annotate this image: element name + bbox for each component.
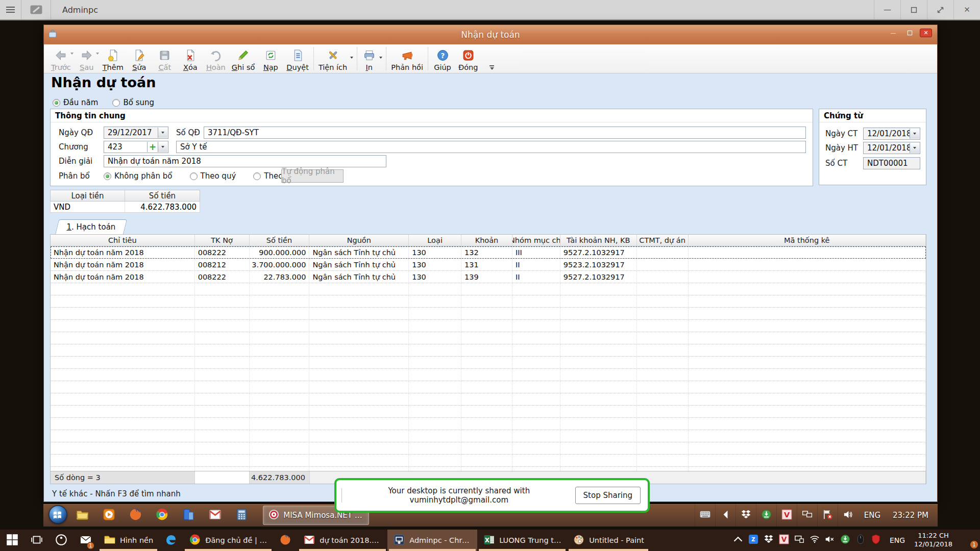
- tray-mouse-icon[interactable]: [855, 534, 866, 546]
- misa-titlebar[interactable]: Nhận dự toán — ✕: [44, 25, 937, 44]
- screen-share-icon[interactable]: [21, 0, 51, 19]
- cell[interactable]: 139: [461, 271, 512, 283]
- col-header[interactable]: CTMT, dự án: [637, 235, 689, 246]
- chevron-down-icon[interactable]: [379, 57, 382, 59]
- chevron-down-icon[interactable]: [70, 53, 74, 55]
- phan-bo-option-theo-qu-[interactable]: Theo quý: [190, 171, 236, 181]
- table-row[interactable]: Nhận dự toán năm 201800822222.783.000Ngâ…: [51, 271, 926, 283]
- empty-row[interactable]: [51, 283, 926, 295]
- empty-row[interactable]: [51, 467, 926, 471]
- radio-icon[interactable]: [53, 99, 60, 107]
- table-row[interactable]: Nhận dự toán năm 2018008222900.000.000Ng…: [51, 246, 926, 259]
- cell[interactable]: 9527.2.1032917: [560, 271, 637, 283]
- cell[interactable]: Nhận dự toán năm 2018: [51, 246, 195, 259]
- misa-close-button[interactable]: ✕: [920, 29, 932, 37]
- taskbar-blue-app-button[interactable]: [175, 504, 202, 527]
- toolbar-arrow-left-button[interactable]: Trước: [48, 44, 74, 73]
- toolbar-power-button[interactable]: Đóng: [455, 44, 481, 73]
- maximize-button[interactable]: [900, 0, 927, 19]
- so-ct-input[interactable]: NDT00001: [863, 157, 920, 169]
- period-option--u-n-m[interactable]: Đầu năm: [53, 98, 98, 107]
- action-center-button[interactable]: 1: [958, 530, 980, 551]
- ngay-ht-combo[interactable]: 12/01/2018: [863, 142, 920, 154]
- cell[interactable]: 008212: [195, 259, 250, 271]
- cell[interactable]: [637, 259, 689, 271]
- empty-row[interactable]: [51, 430, 926, 442]
- taskbar-gmail-button[interactable]: [202, 504, 228, 527]
- toolbar-undo-button[interactable]: Hoàn: [203, 44, 229, 73]
- empty-row[interactable]: [51, 442, 926, 455]
- empty-row[interactable]: [51, 369, 926, 381]
- chevron-down-icon[interactable]: [158, 142, 167, 152]
- radio-icon[interactable]: [104, 172, 111, 180]
- col-header[interactable]: Khoản: [461, 235, 512, 246]
- stop-sharing-button[interactable]: Stop Sharing: [575, 487, 641, 504]
- cell[interactable]: 130: [409, 246, 461, 259]
- tray-pc-icon[interactable]: [794, 534, 804, 546]
- misa-minimize-button[interactable]: —: [887, 29, 899, 37]
- cell[interactable]: Ngân sách Tỉnh tự chủ: [309, 246, 409, 259]
- taskbar-calculator-button[interactable]: [228, 504, 255, 527]
- tray-unikey-icon[interactable]: V: [779, 534, 789, 546]
- language-indicator-local[interactable]: ENG: [886, 536, 909, 544]
- chevron-down-icon[interactable]: [910, 143, 919, 153]
- toolbar-tools-button[interactable]: Tiện ích: [315, 44, 355, 73]
- col-header[interactable]: TK Nợ: [195, 235, 250, 246]
- gmail-du-toan-button[interactable]: dự toán 2018.p...: [298, 530, 387, 551]
- misa-restore-button[interactable]: [903, 29, 916, 37]
- cell[interactable]: Ngân sách Tỉnh tự chủ: [309, 259, 409, 271]
- cell[interactable]: 130: [409, 271, 461, 283]
- tray-idm-icon[interactable]: [840, 534, 850, 546]
- tray-keyboard-icon[interactable]: [695, 504, 715, 527]
- record-app-button[interactable]: [49, 530, 74, 551]
- chevron-down-icon[interactable]: [158, 128, 167, 138]
- hamburger-menu-button[interactable]: [0, 0, 21, 19]
- fullscreen-button[interactable]: [927, 0, 953, 19]
- cell[interactable]: Ngân sách Tỉnh tự chủ: [309, 271, 409, 283]
- toolbar-help-button[interactable]: ?Giúp: [430, 44, 455, 73]
- empty-row[interactable]: [51, 357, 926, 369]
- taskbar-explorer-button[interactable]: [69, 504, 95, 527]
- empty-row[interactable]: [51, 455, 926, 467]
- chrome-dang-chu-de-button[interactable]: Đăng chủ đề | F...: [183, 530, 273, 551]
- language-indicator-remote[interactable]: ENG: [858, 511, 887, 520]
- taskbar-chrome-button[interactable]: [149, 504, 175, 527]
- empty-row[interactable]: [51, 320, 926, 332]
- tab-hach-toan[interactable]: 1. Hạch toán: [55, 219, 127, 234]
- radio-icon[interactable]: [112, 99, 120, 107]
- tray-flag-x-icon[interactable]: [817, 504, 838, 527]
- tray-zalo-icon[interactable]: Z: [748, 534, 758, 546]
- toolbar-doc-delete-button[interactable]: Xóa: [178, 44, 203, 73]
- cell[interactable]: 9527.2.1032917: [560, 246, 637, 259]
- period-option-b-sung[interactable]: Bổ sung: [112, 98, 154, 107]
- empty-row[interactable]: [51, 295, 926, 308]
- chevron-down-icon[interactable]: [910, 129, 919, 139]
- taskbar-firefox-button[interactable]: [122, 504, 149, 527]
- toolbar-overflow-button[interactable]: [487, 44, 497, 73]
- empty-row[interactable]: [51, 418, 926, 430]
- cell[interactable]: [689, 271, 926, 283]
- task-view-button[interactable]: [24, 530, 49, 551]
- mail-button[interactable]: 1: [74, 530, 98, 551]
- firefox-button[interactable]: [273, 530, 298, 551]
- tray-dropbox-icon[interactable]: [764, 534, 774, 546]
- paint-untitled-button[interactable]: Untitled - Paint: [567, 530, 650, 551]
- tray-speaker-icon[interactable]: [838, 504, 858, 527]
- col-header[interactable]: Nhóm mục chi: [512, 235, 560, 246]
- chuong-name-input[interactable]: Sở Y tế: [176, 141, 806, 153]
- cell[interactable]: 130: [409, 259, 461, 271]
- toolbar-doc-new-button[interactable]: Thêm: [100, 44, 127, 73]
- col-header[interactable]: Loại: [409, 235, 461, 246]
- toolbar-pencil-green-button[interactable]: Ghi sổ: [229, 44, 258, 73]
- cell[interactable]: 008222: [195, 271, 250, 283]
- cell[interactable]: 9523.2.1032917: [560, 259, 637, 271]
- taskbar-media-player-button[interactable]: [95, 504, 122, 527]
- minimize-button[interactable]: —: [874, 0, 900, 19]
- empty-row[interactable]: [51, 393, 926, 406]
- col-header[interactable]: Chỉ tiêu: [51, 235, 195, 246]
- start-button[interactable]: [0, 530, 24, 551]
- col-header[interactable]: Nguồn: [309, 235, 409, 246]
- clock-local[interactable]: 11:22 CH12/01/2018: [909, 532, 958, 549]
- col-header[interactable]: Tài khoản NH, KB: [560, 235, 637, 246]
- empty-row[interactable]: [51, 344, 926, 357]
